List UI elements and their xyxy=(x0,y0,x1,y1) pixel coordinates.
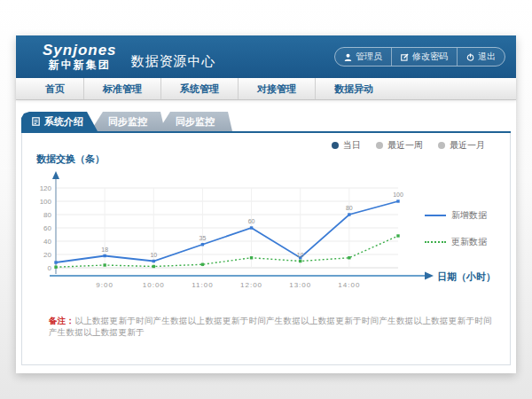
green-dotted-sample-icon xyxy=(425,241,446,243)
radio-icon xyxy=(438,142,445,149)
tab-bar: 系统介绍 同步监控 同步监控 xyxy=(21,112,511,131)
x-tick-label: 14:00 xyxy=(338,281,360,289)
data-point xyxy=(153,265,155,268)
data-point-label: 10 xyxy=(297,252,304,258)
data-point xyxy=(348,256,350,259)
data-point-label: 18 xyxy=(101,246,108,253)
logo-text: Synjones xyxy=(43,43,117,59)
content-area: 系统介绍 同步监控 同步监控 当日 最近一周 xyxy=(16,100,516,365)
y-axis-title: 数据交换（条） xyxy=(36,153,105,166)
tab-system-intro[interactable]: 系统介绍 xyxy=(21,112,98,131)
data-point xyxy=(348,213,350,215)
data-point-label: 10 xyxy=(150,252,157,258)
chart-panel: 当日 最近一周 最近一月 数据交换（条） 0204060801001209:00… xyxy=(21,133,511,365)
admin-user-label: 管理员 xyxy=(356,51,382,63)
filter-last-week[interactable]: 最近一周 xyxy=(376,139,423,152)
y-tick-label: 100 xyxy=(40,198,52,206)
header-actions: 管理员 修改密码 退出 xyxy=(334,47,505,66)
main-nav: 首页 标准管理 系统管理 对接管理 数据异动 xyxy=(16,78,516,100)
data-point xyxy=(103,263,106,266)
tab-sync-monitor-2[interactable]: 同步监控 xyxy=(158,112,232,131)
note-separator: ： xyxy=(66,316,75,325)
logout-button[interactable]: 退出 xyxy=(457,48,505,66)
data-point xyxy=(250,256,253,259)
legend-item-new-data: 新增数据 xyxy=(425,209,501,222)
note-label: 备注 xyxy=(49,316,66,325)
data-point xyxy=(54,266,57,269)
legend-updated-data-label: 更新数据 xyxy=(451,236,487,248)
app-header: Synjones 新中新集团 数据资源中心 管理员 修改密码 xyxy=(16,35,516,78)
data-point xyxy=(54,261,57,263)
data-point xyxy=(396,234,399,237)
document-icon xyxy=(32,117,40,126)
nav-item-standard-mgmt[interactable]: 标准管理 xyxy=(83,78,160,99)
data-point xyxy=(396,200,399,202)
blue-line-sample-icon xyxy=(425,215,446,216)
data-point xyxy=(299,260,301,262)
logo-subtext: 新中新集团 xyxy=(43,59,117,71)
x-tick-label: 9:00 xyxy=(96,281,113,289)
company-logo: Synjones 新中新集团 xyxy=(43,43,117,71)
chart-legend: 新增数据 更新数据 xyxy=(425,209,501,262)
y-tick-label: 120 xyxy=(40,184,52,192)
data-point xyxy=(103,254,106,257)
data-point-label: 80 xyxy=(346,205,353,211)
data-point xyxy=(153,260,155,262)
nav-item-home[interactable]: 首页 xyxy=(27,78,83,99)
change-password-button[interactable]: 修改密码 xyxy=(391,48,457,66)
tab-sync-monitor-1[interactable]: 同步监控 xyxy=(90,112,165,131)
y-tick-label: 0 xyxy=(48,264,52,272)
x-axis-title: 日期（小时） xyxy=(437,270,496,284)
time-range-filters: 当日 最近一周 最近一月 xyxy=(332,139,485,152)
filter-last-month-label: 最近一月 xyxy=(450,139,485,152)
admin-user-button[interactable]: 管理员 xyxy=(335,48,391,66)
data-point-label: 60 xyxy=(248,218,255,224)
power-icon xyxy=(466,53,474,61)
x-tick-label: 11:00 xyxy=(192,281,213,289)
legend-item-updated-data: 更新数据 xyxy=(425,236,501,248)
tab-system-intro-label: 系统介绍 xyxy=(44,115,83,129)
x-tick-label: 10:00 xyxy=(143,281,165,289)
browser-page: Synjones 新中新集团 数据资源中心 管理员 修改密码 xyxy=(16,35,516,373)
filter-last-month[interactable]: 最近一月 xyxy=(438,139,485,152)
data-point-label: 100 xyxy=(393,192,403,198)
footer-note: 备注：以上数据更新于时间产生数据以上数据更新于时间产生数据以上数据更新于时间产生… xyxy=(49,316,492,339)
filter-last-week-label: 最近一周 xyxy=(387,139,423,152)
tab-sync-monitor-2-label: 同步监控 xyxy=(176,115,215,129)
nav-item-system-mgmt[interactable]: 系统管理 xyxy=(160,78,238,99)
change-password-label: 修改密码 xyxy=(412,51,448,63)
y-tick-label: 40 xyxy=(43,238,51,246)
nav-item-data-change[interactable]: 数据异动 xyxy=(315,78,392,99)
y-tick-label: 80 xyxy=(43,211,51,219)
x-axis-arrow-icon xyxy=(425,272,434,280)
logout-label: 退出 xyxy=(478,51,496,63)
edit-icon xyxy=(401,53,409,61)
data-point-label: 35 xyxy=(200,235,207,241)
note-text: 以上数据更新于时间产生数据以上数据更新于时间产生数据以上数据更新于时间产生数据以… xyxy=(49,316,492,337)
tab-sync-monitor-1-label: 同步监控 xyxy=(108,115,147,129)
radio-icon xyxy=(376,142,383,149)
y-tick-label: 60 xyxy=(43,224,51,232)
y-tick-label: 20 xyxy=(43,251,51,259)
legend-new-data-label: 新增数据 xyxy=(451,209,487,222)
radio-selected-icon xyxy=(332,142,339,149)
user-icon xyxy=(344,53,352,61)
filter-today-label: 当日 xyxy=(343,139,361,152)
nav-item-interface-mgmt[interactable]: 对接管理 xyxy=(238,78,315,99)
data-point xyxy=(201,243,204,246)
page-title: 数据资源中心 xyxy=(131,53,216,70)
line-chart: 0204060801001209:0010:0011:0012:0013:001… xyxy=(29,168,439,297)
data-point xyxy=(250,226,253,229)
data-point xyxy=(201,263,204,266)
y-axis-arrow-icon xyxy=(52,171,59,179)
x-tick-label: 12:00 xyxy=(240,281,262,289)
filter-today[interactable]: 当日 xyxy=(332,139,361,152)
x-tick-label: 13:00 xyxy=(289,281,311,289)
chart-wrap: 0204060801001209:0010:0011:0012:0013:001… xyxy=(29,168,439,301)
